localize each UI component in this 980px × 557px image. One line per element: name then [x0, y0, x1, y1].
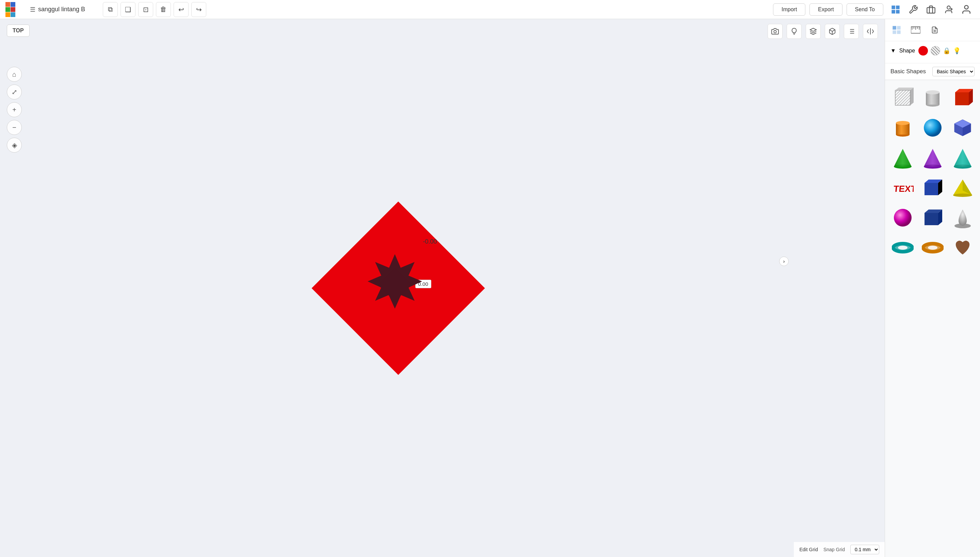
snap-grid-label: Snap Grid [823, 547, 845, 552]
svg-rect-22 [897, 26, 900, 29]
shape-color-icons: 🔒 💡 [918, 46, 961, 55]
shape-lock-icon[interactable]: 🔒 [943, 47, 951, 54]
snap-grid-select[interactable]: 0.1 mm 0.5 mm 1.0 mm [850, 545, 879, 554]
svg-point-75 [928, 246, 938, 250]
toolbar: ⧉ ❑ ⊡ 🗑 ↩ ↪ [103, 2, 206, 17]
logo [5, 2, 26, 17]
briefcase-button[interactable] [923, 2, 939, 18]
mirror-button[interactable] [863, 24, 878, 39]
library-category-select[interactable]: Basic Shapes Featured Letters Math [932, 67, 975, 76]
shapes-grid: TEXT [885, 80, 980, 265]
shape-navy-box-2[interactable] [919, 204, 946, 231]
menu-icon[interactable]: ☰ [30, 6, 36, 13]
export-button[interactable]: Export [810, 3, 842, 16]
right-tools: Import Export Send To [773, 2, 975, 18]
group-button[interactable]: ⊡ [138, 2, 153, 17]
account-button[interactable] [958, 2, 975, 18]
shape-light-icon[interactable]: 💡 [953, 47, 961, 54]
canvas-nav-icons [767, 24, 878, 39]
shape-red-box[interactable] [949, 84, 976, 111]
camera-button[interactable] [767, 24, 782, 39]
library-title: Basic Shapes [891, 68, 930, 75]
dark-star-shape[interactable] [361, 251, 436, 326]
tools-button[interactable] [905, 2, 922, 18]
panel-toggle-button[interactable]: › [779, 257, 789, 266]
right-notes-button[interactable] [927, 23, 942, 37]
svg-point-47 [896, 121, 910, 125]
shape-yellow-pyramid[interactable] [949, 174, 976, 201]
shape-gray-cone[interactable] [949, 204, 976, 231]
delete-button[interactable]: 🗑 [156, 2, 171, 17]
shape-3d-blue[interactable] [949, 114, 976, 142]
copy-button[interactable]: ⧉ [103, 2, 118, 17]
align-button[interactable] [844, 24, 859, 39]
shape-teal-cone[interactable] [949, 144, 976, 171]
shape-brown-heart[interactable] [949, 234, 976, 261]
svg-point-65 [894, 209, 912, 226]
shape-color-secondary[interactable] [931, 46, 940, 55]
logo-k [11, 7, 15, 12]
send-to-button[interactable]: Send To [847, 3, 883, 16]
svg-marker-36 [910, 88, 913, 105]
shape-chevron-icon[interactable]: ▼ [891, 48, 896, 54]
shape-panel-title: Shape [899, 48, 915, 54]
app-layout: ☰ sanggul lintang B ⧉ ❑ ⊡ 🗑 ↩ ↪ [0, 0, 980, 557]
shape-green-cone[interactable] [889, 144, 916, 171]
svg-text:TEXT: TEXT [893, 184, 913, 194]
shape-purple-cone[interactable] [919, 144, 946, 171]
right-ruler-button[interactable] [908, 23, 923, 37]
svg-rect-1 [896, 6, 899, 8]
shape-color-primary[interactable] [918, 46, 928, 55]
svg-point-72 [898, 246, 907, 250]
edit-grid-label[interactable]: Edit Grid [799, 547, 818, 552]
shape-magenta-sphere[interactable] [889, 204, 916, 231]
shape-blue-sphere[interactable] [919, 114, 946, 142]
project-title: ☰ sanggul lintang B [30, 6, 85, 13]
library-header: Basic Shapes Basic Shapes Featured Lette… [885, 64, 980, 80]
import-button[interactable]: Import [773, 3, 805, 16]
svg-rect-33 [895, 90, 910, 105]
shapes-button[interactable]: ◈ [7, 138, 22, 153]
zoom-out-button[interactable]: − [7, 120, 22, 135]
redo-icon: ↪ [196, 5, 202, 14]
shape-row: ▼ Shape 🔒 💡 [885, 41, 980, 60]
undo-button[interactable]: ↩ [174, 2, 188, 17]
logo-i [11, 2, 15, 7]
zoom-in-button[interactable]: + [7, 102, 22, 117]
svg-point-64 [953, 194, 972, 197]
lightbulb-button[interactable] [787, 24, 802, 39]
shapes-library-panel: Basic Shapes Basic Shapes Featured Lette… [885, 64, 980, 557]
fit-zoom-button[interactable]: ⤢ [7, 85, 22, 99]
home-zoom-button[interactable]: ⌂ [7, 67, 22, 82]
layers-button[interactable] [806, 24, 821, 39]
grid-view-button[interactable] [888, 2, 904, 18]
svg-marker-10 [810, 28, 816, 31]
svg-point-5 [947, 6, 950, 9]
logo-r [11, 12, 15, 17]
bottom-bar: Edit Grid Snap Grid 0.1 mm 0.5 mm 1.0 mm [794, 542, 885, 557]
shape-orange-cylinder[interactable] [889, 114, 916, 142]
right-grid-button[interactable] [889, 23, 904, 37]
shape-striped-box[interactable] [889, 84, 916, 111]
duplicate-icon: ❑ [125, 5, 131, 14]
redo-button[interactable]: ↪ [191, 2, 206, 17]
shape-info-panel: ▼ Shape 🔒 💡 [885, 19, 980, 64]
logo-n [5, 7, 10, 12]
shape-navy-box[interactable] [919, 174, 946, 201]
shape-orange-torus[interactable] [919, 234, 946, 261]
copy-icon: ⧉ [108, 5, 113, 13]
logo-e [5, 12, 10, 17]
svg-point-48 [924, 119, 941, 137]
cube-button[interactable] [825, 24, 840, 39]
svg-rect-4 [927, 8, 935, 13]
shape-cylinder-gray[interactable] [919, 84, 946, 111]
svg-rect-3 [896, 10, 899, 13]
add-user-button[interactable] [941, 2, 957, 18]
canvas-wrapper[interactable]: TOP ⌂ ⤢ + − ◈ [0, 19, 885, 557]
right-panels: ▼ Shape 🔒 💡 Basic Shapes Basic Sha [885, 19, 980, 557]
shape-container[interactable]: -0.00 0.00 [313, 203, 484, 373]
duplicate-button[interactable]: ❑ [120, 2, 135, 17]
shape-teal-torus[interactable] [889, 234, 916, 261]
view-label: TOP [7, 24, 29, 37]
shape-text[interactable]: TEXT [889, 174, 916, 201]
